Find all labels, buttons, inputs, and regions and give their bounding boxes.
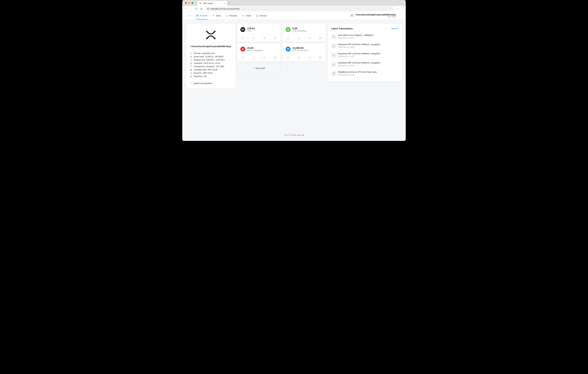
meta-item: Reserve: XRP 30.00 [190, 72, 232, 74]
plus-icon: + [253, 67, 254, 69]
tab-favicon-icon [199, 2, 201, 5]
tx-timestamp: 2020-04-15, 19:33 [338, 55, 380, 58]
tx-timestamp: 2020-04-12, 19:10 [338, 64, 380, 67]
app-root: AccountSendReceiveTradeEscrow rTooLkitCk… [182, 12, 406, 141]
browser-tab[interactable]: XRP Toolkit × [197, 1, 227, 6]
tx-receive-icon [331, 62, 336, 67]
transaction-item[interactable]: Sent XRP 0.04 to rMhpLk2...D8Mq9YS2020-0… [331, 32, 398, 41]
browser-right-icons: ☆ ⋮ [397, 7, 404, 10]
meta-item: Email hash: 1135E10...A8C0B1F [190, 55, 232, 58]
asset-symbol: SOLO (Sologenic) [247, 49, 263, 52]
asset-trade-button[interactable] [259, 54, 270, 61]
tx-description: Received XRP 5.00 from rH9HhvS...wSupbZX [338, 43, 380, 46]
tx-timestamp: 2020-05-10, 18:15 [338, 37, 374, 39]
account-nav-icon [196, 14, 198, 17]
new-tab-button[interactable]: + [229, 1, 230, 4]
solo-asset-icon: Ƨ [240, 47, 245, 52]
tx-timestamp: 2020-04-15, 19:58 [338, 46, 380, 48]
link-icon [190, 52, 192, 54]
asset-receive-button[interactable] [248, 54, 259, 61]
master-key-label: Master key disabled [194, 82, 212, 85]
tx-send-icon [331, 34, 336, 39]
xrp-asset-icon [240, 27, 245, 32]
asset-escrow-button[interactable] [270, 35, 280, 41]
asset-receive-button[interactable] [293, 35, 304, 41]
tab-title: XRP Toolkit [203, 2, 213, 5]
meta-item: Activated: 2018-10-31, 23:14 [190, 62, 232, 64]
asset-card-xtk: 10,000.00XTK (Towo Labs) [283, 43, 326, 61]
asset-send-button[interactable] [237, 35, 248, 41]
traffic-lights [185, 2, 193, 4]
meta-item: Activated with: XRP 20.00 [190, 69, 232, 71]
nav-item-account[interactable]: Account [196, 12, 207, 20]
gift-icon [190, 69, 192, 71]
chevron-down-icon [399, 14, 401, 17]
transaction-item[interactable]: Received XRP 5.00 from rH9HhvS...wSupbZX… [331, 41, 398, 51]
xtk-asset-icon [286, 47, 291, 52]
asset-info-button[interactable] [270, 54, 280, 61]
add-asset-label: Add Asset [255, 67, 265, 69]
nav-item-trade[interactable]: Trade [242, 12, 251, 20]
transaction-item[interactable]: Received XRP 1.00 from rH9HhvS...wSupbZX… [331, 51, 398, 60]
view-all-link[interactable]: View All [391, 27, 398, 30]
asset-trade-button[interactable] [304, 54, 315, 61]
escrow-nav-icon [256, 15, 258, 17]
transaction-item[interactable]: Received XRP 0.00 from rH9HhvS...wSupbZX… [331, 60, 398, 69]
tab-close-button[interactable]: × [224, 2, 225, 5]
svg-text:Ƨ: Ƨ [242, 48, 244, 51]
lock-icon [207, 8, 209, 10]
asset-amount: 175.61 [247, 27, 255, 30]
meta-label: Activated by: rDsbeom...DiTCdBv [194, 65, 224, 68]
add-asset-button[interactable]: +Add Asset [237, 63, 280, 73]
asset-send-button[interactable] [283, 35, 293, 41]
reload-button[interactable] [195, 8, 198, 10]
svg-point-20 [334, 73, 335, 73]
asset-trade-button[interactable] [304, 35, 315, 41]
forward-button[interactable]: → [189, 7, 192, 10]
asset-send-button[interactable] [237, 54, 248, 61]
nav-item-send[interactable]: Send [212, 12, 221, 20]
asset-send-button[interactable] [283, 54, 293, 61]
meta-item: Sequence: 98 [190, 75, 232, 77]
transactions-title: Latest Transactions [331, 27, 353, 30]
asset-symbol: USD (Bitstamp) [293, 30, 306, 32]
transaction-item[interactable]: Modified trust line for XTK from Towo La… [331, 69, 398, 78]
meta-label: Activated with: XRP 20.00 [194, 69, 217, 71]
browser-menu-icon[interactable]: ⋮ [401, 7, 404, 10]
nav-label: Trade [246, 14, 251, 17]
asset-info-button[interactable] [315, 54, 326, 61]
back-button[interactable]: ← [184, 7, 187, 10]
asset-amount: 15.60 [247, 46, 263, 49]
window-close-button[interactable] [185, 2, 187, 4]
meta-item: Domain: xrptoolkit.com [190, 52, 232, 54]
asset-card-xrp: 175.61XRP [237, 24, 280, 41]
nav-item-receive[interactable]: Receive [226, 12, 237, 20]
footer-text: v2.0.0 © Towo Labs AB [182, 134, 406, 136]
asset-receive-button[interactable] [293, 54, 304, 61]
meta-label: Sequence: 98 [194, 75, 206, 77]
selector-address: rTooLkitCksh5mQa67eaa2JaWHDBnHkpy [355, 14, 396, 16]
account-selector[interactable]: rTooLkitCksh5mQa67eaa2JaWHDBnHkpy XRP 36… [351, 14, 401, 18]
receive-nav-icon [226, 15, 228, 17]
asset-amount: 10,000.00 [293, 46, 308, 49]
asset-trade-button[interactable] [259, 35, 270, 41]
tx-trust-icon [331, 71, 336, 76]
tx-receive-icon [331, 53, 336, 58]
bookmark-star-icon[interactable]: ☆ [397, 7, 399, 10]
nav-item-escrow[interactable]: Escrow [256, 12, 267, 20]
home-button[interactable] [200, 8, 203, 10]
address-book-icon[interactable] [351, 14, 353, 17]
user-icon [190, 59, 192, 61]
url-field[interactable]: xrptoolkit.com/account/overview [205, 7, 394, 11]
tx-description: Received XRP 1.00 from rH9HhvS...wSupbZX [338, 53, 380, 55]
window-maximize-button[interactable] [191, 2, 193, 4]
asset-receive-button[interactable] [248, 35, 259, 41]
trade-nav-icon [242, 15, 244, 17]
calendar-icon [190, 62, 192, 64]
asset-info-button[interactable] [315, 35, 326, 41]
tx-timestamp: 2020-04-04, 18:15 [338, 74, 377, 76]
mail-icon [190, 56, 192, 58]
app-logo-icon [187, 13, 191, 18]
window-minimize-button[interactable] [188, 2, 190, 4]
assets-grid: 175.61XRP$5.00USD (Bitstamp)Ƨ15.60SOLO (… [237, 24, 326, 73]
